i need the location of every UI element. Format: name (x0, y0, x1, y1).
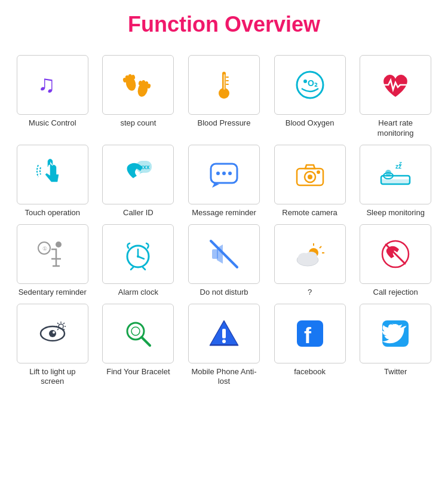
cell-do-not-disturb: Do not disturb (183, 224, 265, 298)
icon-box-blood-oxygen: O₂ (274, 55, 346, 115)
label-call-rejection: Call rejection (373, 288, 418, 298)
svg-point-36 (56, 242, 62, 247)
svg-text:①: ① (42, 246, 47, 252)
alarm-clock-icon (120, 236, 156, 272)
icon-box-message-reminder (188, 145, 260, 204)
cell-facebook: f facebook (269, 304, 351, 387)
weather-icon (292, 236, 328, 272)
label-do-not-disturb: Do not disturb (200, 288, 248, 298)
icon-box-anti-lost (188, 304, 260, 363)
label-blood-oxygen: Blood Oxygen (286, 118, 335, 129)
cell-step-count: step count (98, 55, 179, 139)
cell-blood-oxygen: O₂ Blood Oxygen (269, 55, 351, 139)
label-music-control: Music Control (29, 118, 76, 129)
cell-alarm-clock: Alarm clock (98, 224, 179, 298)
cell-blood-pressure: Blood Pressure (183, 55, 265, 139)
facebook-icon: f (292, 316, 328, 352)
label-lift-screen: Lift to light up screen (18, 367, 87, 387)
icon-box-find-bracelet (102, 304, 174, 363)
cell-sleep-monitoring: zz Z Sleep monitoring (355, 145, 436, 218)
call-rejection-icon (378, 236, 413, 272)
svg-point-28 (308, 175, 312, 179)
label-remote-camera: Remote camera (282, 208, 337, 218)
icon-box-remote-camera (274, 145, 346, 204)
label-weather: ? (308, 288, 312, 298)
label-step-count: step count (120, 118, 156, 129)
cell-caller-id: xxx Caller ID (98, 145, 179, 218)
label-anti-lost: Mobile Phone Anti-lost (189, 367, 258, 387)
svg-rect-73 (222, 329, 226, 338)
remote-camera-icon (292, 157, 328, 192)
do-not-disturb-icon (206, 236, 242, 272)
icon-box-step-count (102, 55, 174, 115)
svg-line-65 (57, 329, 59, 330)
heart-rate-icon (378, 67, 413, 103)
icon-box-lift-screen (17, 304, 88, 363)
cell-call-rejection: Call rejection (355, 224, 436, 298)
svg-line-43 (131, 267, 133, 270)
label-blood-pressure: Blood Pressure (198, 118, 251, 129)
svg-rect-13 (223, 74, 225, 90)
icon-box-heart-rate (360, 55, 431, 115)
label-caller-id: Caller ID (123, 208, 154, 218)
svg-line-67 (57, 323, 59, 324)
cell-weather: ? (269, 224, 351, 298)
svg-text:xxx: xxx (140, 164, 150, 170)
function-grid: ♫ Music Control step count (6, 55, 442, 387)
svg-point-58 (49, 330, 56, 337)
svg-point-33 (385, 170, 391, 176)
icon-box-caller-id: xxx (102, 145, 174, 204)
icon-box-touch-operation (17, 145, 88, 204)
label-alarm-clock: Alarm clock (118, 288, 158, 298)
icon-box-twitter (360, 304, 431, 363)
label-message-reminder: Message reminder (192, 208, 256, 218)
svg-rect-15 (226, 80, 229, 81)
svg-text:♫: ♫ (38, 71, 56, 97)
page-title: Function Overview (6, 12, 442, 37)
blood-oxygen-icon: O₂ (292, 67, 328, 103)
label-find-bracelet: Find Your Bracelet (106, 367, 170, 377)
label-twitter: Twitter (384, 367, 407, 377)
svg-point-54 (305, 252, 317, 261)
icon-box-sleep-monitoring: zz Z (360, 145, 431, 204)
step-count-icon (120, 67, 156, 103)
svg-line-69 (142, 337, 150, 346)
svg-text:O₂: O₂ (308, 78, 318, 88)
svg-line-44 (143, 267, 145, 270)
svg-point-18 (303, 80, 307, 83)
anti-lost-icon (206, 316, 242, 352)
svg-point-25 (228, 172, 232, 175)
svg-rect-46 (212, 249, 218, 259)
label-sleep-monitoring: Sleep monitoring (366, 208, 425, 218)
label-heart-rate: Heart rate monitoring (361, 118, 430, 139)
blood-pressure-icon (206, 67, 242, 103)
icon-box-weather (274, 224, 346, 284)
label-sedentary-reminder: Sedentary reminder (19, 288, 87, 298)
svg-point-29 (317, 170, 320, 174)
cell-message-reminder: Message reminder (183, 145, 265, 218)
svg-rect-16 (226, 84, 229, 85)
music-control-icon: ♫ (35, 67, 70, 103)
svg-point-23 (216, 172, 220, 175)
label-facebook: facebook (294, 367, 326, 377)
cell-lift-screen: Lift to light up screen (12, 304, 93, 387)
icon-box-music-control: ♫ (17, 55, 88, 115)
sleep-monitoring-icon: zz Z (378, 157, 413, 192)
svg-point-24 (222, 172, 226, 175)
icon-box-alarm-clock (102, 224, 174, 284)
icon-box-call-rejection (360, 224, 431, 284)
icon-box-facebook: f (274, 304, 346, 363)
icon-box-blood-pressure (188, 55, 260, 115)
svg-line-50 (320, 246, 321, 248)
touch-operation-icon (35, 157, 70, 192)
svg-point-74 (222, 340, 226, 343)
cell-find-bracelet: Find Your Bracelet (98, 304, 179, 387)
svg-rect-31 (381, 179, 410, 184)
svg-point-59 (53, 331, 55, 334)
label-touch-operation: Touch operation (25, 208, 81, 218)
cell-remote-camera: Remote camera (269, 145, 351, 218)
svg-point-70 (131, 327, 140, 335)
svg-line-42 (138, 256, 144, 259)
lift-screen-icon (35, 316, 70, 352)
svg-text:f: f (304, 323, 312, 348)
